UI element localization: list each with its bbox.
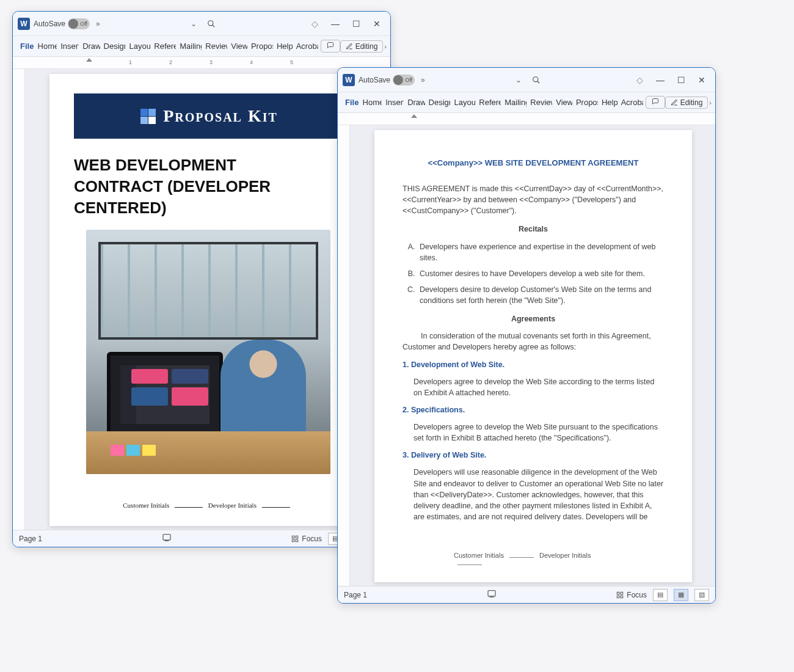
hero-image (86, 230, 330, 474)
ribbon-overflow-icon[interactable]: › (384, 43, 387, 50)
menu-mailings[interactable]: Mailings (176, 38, 202, 54)
page-number-label[interactable]: Page 1 (344, 591, 367, 599)
maximize-button[interactable]: ☐ (672, 71, 690, 89)
initials-footer: Customer Initials Developer Initials (74, 502, 343, 509)
menu-layout[interactable]: Layout (125, 38, 150, 54)
section-2-head: 2. Specifications. (402, 404, 664, 415)
toggle-pill[interactable]: Off (68, 18, 90, 29)
menu-view[interactable]: View (552, 94, 572, 111)
svg-rect-3 (293, 536, 295, 538)
maximize-button[interactable]: ☐ (348, 15, 365, 32)
menu-file[interactable]: File (341, 94, 359, 111)
svg-rect-9 (488, 591, 495, 596)
brand-banner: Proposal Kit (74, 93, 343, 139)
qat-overflow-icon[interactable]: » (418, 76, 428, 84)
view-read-button[interactable]: ▤ (653, 589, 668, 601)
developer-initials-label: Developer Initials (208, 502, 257, 509)
customer-initials-blank[interactable] (175, 507, 203, 508)
menu-acrobat[interactable]: Acrobat (617, 94, 643, 111)
document-title: WEB DEVELOPMENT CONTRACT (DEVELOPER CENT… (74, 155, 318, 219)
menu-home[interactable]: Home (359, 94, 382, 111)
page-number-label[interactable]: Page 1 (19, 535, 42, 543)
autosave-toggle[interactable]: AutoSave Off (34, 18, 90, 29)
svg-line-8 (537, 81, 540, 83)
focus-mode-button[interactable]: Focus (616, 591, 647, 599)
search-icon[interactable] (203, 15, 220, 32)
view-web-button[interactable]: ▧ (694, 589, 709, 601)
page-1[interactable]: Proposal Kit WEB DEVELOPMENT CONTRACT (D… (49, 74, 367, 526)
menu-review[interactable]: Review (526, 94, 552, 111)
ruler-tick-1: 1 (129, 59, 132, 65)
menu-review[interactable]: Review (202, 38, 227, 54)
vertical-ruler[interactable] (338, 125, 350, 586)
editing-mode-button[interactable]: Editing (340, 40, 384, 53)
svg-rect-4 (296, 536, 298, 538)
menu-draw[interactable]: Draw (79, 38, 100, 54)
menu-view[interactable]: View (227, 38, 247, 54)
close-button[interactable]: ✕ (693, 71, 710, 89)
svg-rect-5 (293, 539, 295, 542)
developer-initials-blank[interactable] (262, 507, 290, 508)
ruler-tick-3: 3 (209, 59, 213, 65)
editing-label: Editing (355, 42, 378, 51)
menu-design[interactable]: Design (425, 94, 451, 111)
search-icon[interactable] (528, 71, 545, 89)
menu-proposal[interactable]: Proposal (247, 38, 273, 54)
svg-point-7 (533, 76, 538, 81)
accessibility-icon[interactable] (487, 589, 497, 601)
qat-overflow-icon[interactable]: » (93, 20, 103, 28)
svg-line-1 (213, 24, 215, 27)
word-app-icon: W (18, 18, 30, 30)
indent-marker[interactable] (411, 114, 417, 118)
menu-references[interactable]: References (475, 94, 501, 111)
menu-file[interactable]: File (16, 38, 34, 54)
customer-initials-blank[interactable] (509, 557, 534, 558)
recital-c: Developers desire to develop Customer's … (417, 284, 664, 306)
titlebar: W AutoSave Off » ⌄ ◇ — ☐ ✕ (13, 12, 390, 36)
indent-marker[interactable] (86, 58, 92, 62)
menu-draw[interactable]: Draw (404, 94, 424, 111)
page-1[interactable]: <<Company>> WEB SITE DEVELOPMENT AGREEME… (374, 130, 692, 582)
autosave-label: AutoSave (359, 76, 390, 84)
horizontal-ruler[interactable] (338, 113, 715, 125)
menu-mailings[interactable]: Mailings (501, 94, 526, 111)
menu-insert[interactable]: Insert (57, 38, 79, 54)
menu-acrobat[interactable]: Acrobat (293, 38, 318, 54)
autosave-toggle[interactable]: AutoSave Off (359, 75, 415, 86)
minimize-button[interactable]: — (327, 15, 344, 32)
document-area[interactable]: Proposal Kit WEB DEVELOPMENT CONTRACT (D… (13, 69, 390, 530)
ribbon-overflow-icon[interactable]: › (709, 99, 712, 106)
title-dropdown-icon[interactable]: ⌄ (513, 76, 524, 84)
developer-initials-blank[interactable] (457, 564, 482, 565)
vertical-ruler[interactable] (13, 69, 25, 530)
developer-initials-label: Developer Initials (539, 552, 591, 559)
diamond-icon[interactable]: ◇ (631, 71, 648, 89)
diamond-icon[interactable]: ◇ (306, 15, 323, 32)
menu-home[interactable]: Home (34, 38, 57, 54)
menu-design[interactable]: Design (100, 38, 126, 54)
view-print-button[interactable]: ▦ (674, 589, 688, 601)
recital-b: Customer desires to have Developers deve… (417, 268, 664, 279)
accessibility-icon[interactable] (162, 533, 172, 544)
title-dropdown-icon[interactable]: ⌄ (188, 20, 199, 28)
contract-body: THIS AGREEMENT is made this <<CurrentDay… (402, 183, 664, 528)
toggle-pill[interactable]: Off (393, 75, 415, 86)
close-button[interactable]: ✕ (368, 15, 385, 32)
section-3-head: 3. Delivery of Web Site. (402, 450, 664, 461)
word-window-2: W AutoSave Off » ⌄ ◇ — ☐ ✕ File Home Ins… (337, 67, 716, 604)
menu-insert[interactable]: Insert (382, 94, 404, 111)
editing-mode-button[interactable]: Editing (665, 97, 708, 109)
menu-references[interactable]: References (150, 38, 176, 54)
document-area[interactable]: <<Company>> WEB SITE DEVELOPMENT AGREEME… (338, 125, 715, 586)
comments-button[interactable] (646, 96, 665, 109)
horizontal-ruler[interactable]: 1 2 3 4 5 (13, 57, 390, 69)
customer-initials-label: Customer Initials (123, 502, 169, 509)
minimize-button[interactable]: — (652, 71, 669, 89)
menu-help[interactable]: Help (273, 38, 293, 54)
menu-layout[interactable]: Layout (450, 94, 475, 111)
menu-help[interactable]: Help (598, 94, 617, 111)
focus-mode-button[interactable]: Focus (291, 535, 322, 543)
comments-button[interactable] (321, 40, 340, 53)
toggle-knob (68, 19, 78, 29)
menu-proposal[interactable]: Proposal (572, 94, 598, 111)
